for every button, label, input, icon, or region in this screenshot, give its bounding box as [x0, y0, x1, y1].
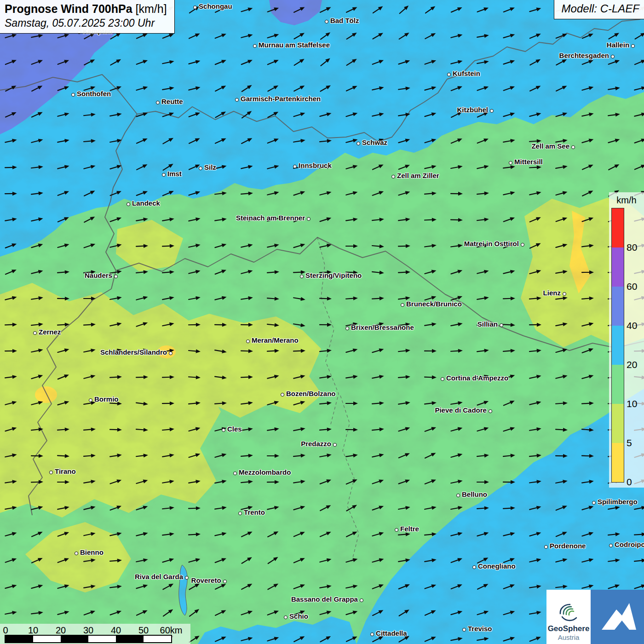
logo-brand: GeoSphere	[548, 624, 590, 633]
city-nauders: Nauders	[114, 275, 118, 278]
city-label: Rovereto	[191, 576, 221, 584]
city-label: Codroipo	[615, 540, 644, 548]
legend-segment-purple	[612, 247, 624, 287]
city-marker-icon	[563, 292, 566, 296]
model-box: Modell: C-LAEF	[554, 0, 644, 19]
city-label: Schwaz	[362, 138, 387, 146]
scalebar-label: 20	[56, 625, 66, 636]
legend-tick: 10	[627, 398, 637, 409]
city-label: Mittersill	[514, 158, 543, 166]
city-marker-icon	[456, 494, 460, 497]
city-bozen-bolzano: Bozen/Bolzano	[281, 393, 284, 397]
city-brixen-bressanone: Brixen/Bressanone	[345, 327, 349, 330]
scalebar-label: 60km	[160, 625, 183, 636]
scalebar-segment	[88, 636, 116, 642]
city-label: Tirano	[55, 467, 76, 475]
city-marker-icon	[114, 275, 118, 278]
legend-segment-yellow	[612, 443, 624, 482]
legend: km/h 806040201050	[609, 192, 644, 488]
city-innsbruck: Innsbruck	[293, 165, 297, 168]
city-meran-merano: Meran/Merano	[246, 339, 250, 343]
city-label: Spilimbergo	[598, 498, 638, 506]
city-label: Steinach am Brenner	[236, 214, 305, 222]
city-murnau-am-staffelsee: Murnau am Staffelsee	[253, 44, 257, 48]
city-silz: Silz	[199, 167, 202, 170]
city-rovereto: Rovereto	[223, 580, 227, 583]
city-marker-icon	[370, 632, 374, 636]
city-belluno: Belluno	[456, 494, 460, 497]
city-marker-icon	[325, 20, 328, 23]
geosphere-logo: GeoSphere Austria	[546, 590, 591, 644]
city-kufstein: Kufstein	[447, 73, 451, 76]
city-marker-icon	[395, 528, 398, 532]
city-label: Pordenone	[550, 542, 586, 550]
city-sillian: Sillian	[500, 323, 503, 327]
map-title-unit: [km/h]	[136, 2, 167, 15]
city-label: Bassano del Grappa	[291, 595, 358, 603]
city-marker-icon	[500, 323, 503, 327]
city-label: Innsbruck	[299, 161, 332, 169]
city-cittadella: Cittadella	[370, 632, 374, 636]
city-label: Brixen/Bressanone	[351, 323, 414, 331]
city-marker-icon	[333, 443, 337, 447]
city-label: Conegliano	[478, 562, 516, 570]
city-marker-icon	[126, 202, 130, 206]
scalebar-segment	[33, 636, 61, 642]
legend-segment-lime	[612, 404, 624, 443]
city-label: Bad Tölz	[330, 17, 359, 24]
legend-tick: 60	[627, 281, 637, 292]
city-tirano: Tirano	[49, 471, 53, 474]
city-codroipo: Codroipo	[609, 544, 613, 547]
city-zernez: Zernez	[33, 331, 37, 335]
city-marker-icon	[293, 165, 297, 168]
scalebar-bar	[5, 635, 172, 643]
city-marker-icon	[345, 327, 349, 330]
city-marker-icon	[281, 393, 284, 397]
city-marker-icon	[71, 93, 75, 97]
city-label: Mezzolombardo	[239, 468, 291, 476]
city-label: Bienno	[80, 548, 104, 556]
city-steinach-am-brenner: Steinach am Brenner	[307, 217, 310, 221]
city-garmisch-partenkirchen: Garmisch-Partenkirchen	[235, 98, 239, 102]
city-label: Hallein	[607, 41, 629, 49]
city-marker-icon	[246, 339, 250, 343]
city-marker-icon	[223, 580, 227, 583]
city-label: Silz	[204, 163, 216, 171]
city-marker-icon	[490, 109, 494, 113]
city-marker-icon	[156, 101, 160, 104]
city-feltre: Feltre	[395, 528, 398, 532]
city-marker-icon	[462, 628, 466, 632]
city-marker-icon	[162, 173, 166, 177]
city-bruneck-brunico: Bruneck/Brunico	[401, 303, 404, 307]
scalebar-segment	[6, 636, 33, 642]
city-marker-icon	[571, 145, 575, 149]
city-marker-icon	[441, 377, 444, 381]
city-schongau: Schongau	[193, 6, 197, 9]
city-zell-am-ziller: Zell am Ziller	[391, 175, 395, 178]
city-pordenone: Pordenone	[544, 545, 548, 549]
city-label: Garmisch-Partenkirchen	[241, 95, 321, 103]
city-label: Bozen/Bolzano	[286, 390, 336, 397]
city-label: Cles	[227, 425, 242, 433]
city-mittersill: Mittersill	[509, 161, 512, 165]
map-subtitle: Samstag, 05.07.2025 23:00 Uhr	[5, 17, 167, 29]
city-label: Landeck	[132, 199, 160, 207]
legend-segment-cyan	[612, 326, 624, 365]
city-bassano-del-grappa: Bassano del Grappa	[360, 598, 363, 602]
legend-tick: 40	[627, 320, 637, 331]
city-marker-icon	[199, 167, 202, 170]
scalebar-label: 0	[3, 625, 8, 636]
logo-area: GeoSphere Austria	[546, 590, 644, 644]
city-zell-am-see: Zell am See	[571, 145, 575, 149]
wind-forecast-map: SchongauBad TölzKemptenMurnau am Staffel…	[0, 0, 644, 644]
scalebar-segment	[144, 636, 171, 642]
city-marker-icon	[521, 243, 524, 247]
city-label: Berchtesgaden	[559, 52, 609, 59]
city-trento: Trento	[238, 512, 242, 515]
city-marker-icon	[185, 576, 189, 580]
city-marker-icon	[631, 44, 635, 48]
city-imst: Imst	[162, 173, 166, 177]
map-title-line: Prognose Wind 700hPa [km/h]	[5, 2, 167, 16]
city-marker-icon	[233, 472, 237, 475]
city-marker-icon	[472, 565, 476, 569]
